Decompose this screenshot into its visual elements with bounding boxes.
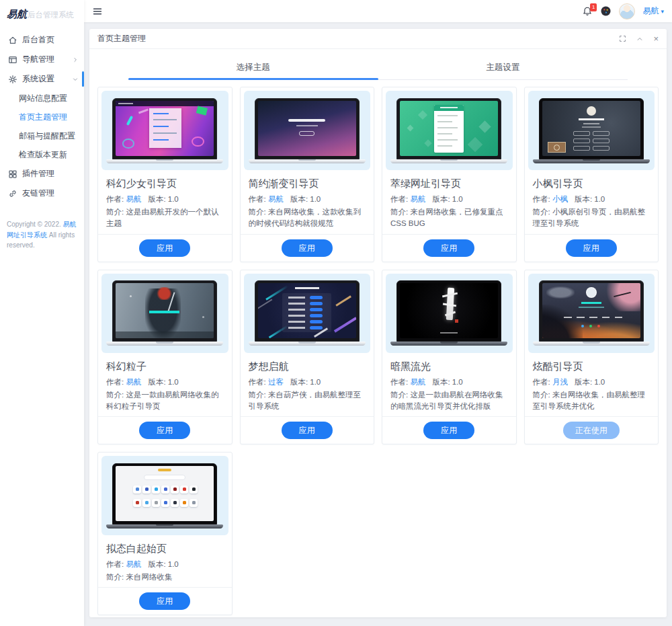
theme-card: 梦想启航 作者: 过客版本: 1.0 简介: 来自葫芦侠，由易航整理至引导系统 … (240, 270, 375, 445)
theme-preview (101, 91, 228, 170)
theme-info: 科幻少女引导页 作者: 易航版本: 1.0 简介: 这是由易航开发的一个默认主题 (98, 172, 232, 234)
theme-author-link[interactable]: 易航 (126, 195, 141, 203)
theme-author-link[interactable]: 易航 (126, 378, 141, 386)
sidebar-submenu: 网站信息配置首页主题管理邮箱与提醒配置检查版本更新 (0, 89, 84, 164)
user-menu[interactable]: 易航 ▾ (642, 5, 664, 17)
tab-theme-settings[interactable]: 主题设置 (378, 57, 628, 79)
theme-version: 1.0 (594, 195, 605, 203)
sidebar-subitem-home-theme[interactable]: 首页主题管理 (0, 108, 84, 126)
theme-author-link[interactable]: 月浅 (552, 378, 568, 386)
chevron-down-icon (72, 76, 79, 83)
copyright-prefix: Copyright © 2022. (7, 221, 61, 228)
theme-info: 简约渐变引导页 作者: 易航版本: 1.0 简介: 来自网络收集，这款收集到的时… (241, 172, 374, 234)
main-area: 1 易航 ▾ 首页主题管理 (84, 0, 672, 626)
theme-version: 1.0 (310, 195, 321, 203)
theme-description: 简介: 这是一款由易航在网络收集的暗黑流光引导页并优化排版 (390, 389, 508, 413)
theme-preview (244, 274, 371, 353)
apply-theme-button[interactable]: 应用 (139, 592, 190, 610)
theme-title: 简约渐变引导页 (249, 178, 366, 190)
theme-artwork (116, 466, 214, 521)
theme-card-footer: 应用 (382, 234, 516, 262)
theme-title: 科幻少女引导页 (106, 178, 224, 190)
theme-author-link[interactable]: 易航 (268, 195, 284, 203)
apply-theme-button[interactable]: 应用 (139, 239, 190, 257)
theme-author-link[interactable]: 过客 (268, 378, 284, 386)
theme-meta: 作者: 小枫版本: 1.0 (533, 194, 650, 204)
theme-card: 科幻少女引导页 作者: 易航版本: 1.0 简介: 这是由易航开发的一个默认主题… (97, 87, 233, 262)
theme-author-link[interactable]: 易航 (410, 195, 425, 203)
theme-meta: 作者: 易航版本: 1.0 (249, 194, 366, 204)
laptop-mockup (396, 280, 501, 346)
theme-info: 科幻粒子 作者: 易航版本: 1.0 简介: 这是一款由易航网络收集的科幻粒子引… (98, 355, 232, 417)
sidebar-item-nav-manage[interactable]: 导航管理 (0, 50, 84, 69)
apply-theme-button[interactable]: 应用 (566, 239, 617, 257)
sidebar-item-dashboard[interactable]: 后台首页 (0, 30, 84, 50)
author-label: 作者: (106, 378, 126, 386)
theme-meta: 作者: 过客版本: 1.0 (249, 377, 366, 387)
theme-info: 炫酷引导页 作者: 月浅版本: 1.0 简介: 来自网络收集，由易航整理至引导系… (525, 355, 659, 417)
apply-theme-button[interactable]: 应用 (139, 422, 190, 439)
version-label: 版本: (575, 378, 594, 386)
laptop-mockup (539, 280, 644, 346)
theme-card: 科幻粒子 作者: 易航版本: 1.0 简介: 这是一款由易航网络收集的科幻粒子引… (97, 270, 233, 445)
close-icon[interactable]: × (653, 34, 659, 43)
theme-artwork (542, 101, 640, 156)
panel-tools: × (619, 34, 659, 43)
gear-icon (8, 75, 17, 84)
sidebar: 易航后台管理系统 后台首页 导航管理 系统设置 网站信息配置首页主题管理邮箱与提… (0, 0, 84, 626)
sidebar-item-label: 友链管理 (22, 188, 54, 199)
sidebar-item-label: 导航管理 (22, 54, 54, 65)
theme-author-link[interactable]: 易航 (126, 560, 141, 568)
theme-card-footer: 应用 (382, 416, 516, 444)
apply-theme-button[interactable]: 应用 (282, 239, 333, 257)
sidebar-subitem-check-update[interactable]: 检查版本更新 (0, 145, 84, 164)
compass-icon (8, 55, 17, 65)
tab-select-theme[interactable]: 选择主题 (128, 57, 378, 79)
topbar: 1 易航 ▾ (84, 0, 672, 22)
sidebar-item-friend-links[interactable]: 友链管理 (0, 184, 84, 203)
theme-description: 简介: 来自葫芦侠，由易航整理至引导系统 (249, 389, 366, 413)
theme-title: 暗黑流光 (390, 360, 508, 373)
user-avatar[interactable] (619, 3, 635, 19)
author-label: 作者: (106, 560, 126, 568)
apply-theme-button[interactable]: 应用 (282, 422, 333, 439)
sidebar-item-system-settings[interactable]: 系统设置 (0, 69, 84, 89)
theme-preview (101, 274, 228, 353)
version-label: 版本: (148, 195, 167, 203)
sidebar-subitem-mail-remind[interactable]: 邮箱与提醒配置 (0, 126, 84, 145)
theme-title: 梦想启航 (249, 360, 366, 373)
fullscreen-icon[interactable] (619, 35, 626, 42)
theme-info: 暗黑流光 作者: 易航版本: 1.0 简介: 这是一款由易航在网络收集的暗黑流光… (382, 355, 516, 417)
theme-management-panel: 首页主题管理 × 选择主题主题设置 (89, 29, 667, 617)
sidebar-subitem-site-info[interactable]: 网站信息配置 (0, 89, 84, 108)
theme-card: 简约渐变引导页 作者: 易航版本: 1.0 简介: 来自网络收集，这款收集到的时… (240, 87, 375, 262)
collapse-icon[interactable] (636, 36, 643, 42)
laptop-mockup (255, 280, 360, 346)
sidebar-item-plugin-manage[interactable]: 插件管理 (0, 164, 84, 184)
version-label: 版本: (432, 378, 452, 386)
notification-bell-icon[interactable]: 1 (582, 6, 593, 17)
laptop-mockup (255, 98, 360, 163)
theme-meta: 作者: 易航版本: 1.0 (106, 194, 224, 204)
apply-theme-button[interactable]: 应用 (423, 239, 474, 257)
theme-meta: 作者: 月浅版本: 1.0 (533, 377, 650, 387)
hamburger-menu-icon[interactable] (92, 6, 103, 17)
chevron-right-icon (72, 56, 79, 63)
apply-theme-button[interactable]: 应用 (423, 422, 474, 439)
notification-badge: 1 (590, 3, 597, 11)
theme-version: 1.0 (168, 560, 179, 568)
palette-icon[interactable] (600, 5, 612, 17)
theme-preview (101, 456, 228, 535)
theme-card-footer: 应用 (241, 416, 374, 444)
theme-card-footer: 应用 (98, 234, 232, 262)
laptop-mockup (112, 463, 217, 529)
theme-card-footer: 应用 (241, 234, 374, 262)
in-use-button[interactable]: 正在使用 (563, 422, 620, 439)
theme-author-link[interactable]: 易航 (410, 378, 425, 386)
author-label: 作者: (533, 195, 552, 203)
theme-title: 小枫引导页 (533, 178, 650, 190)
theme-meta: 作者: 易航版本: 1.0 (106, 377, 224, 387)
laptop-mockup (396, 98, 501, 163)
theme-author-link[interactable]: 小枫 (552, 195, 568, 203)
theme-artwork (258, 283, 356, 338)
